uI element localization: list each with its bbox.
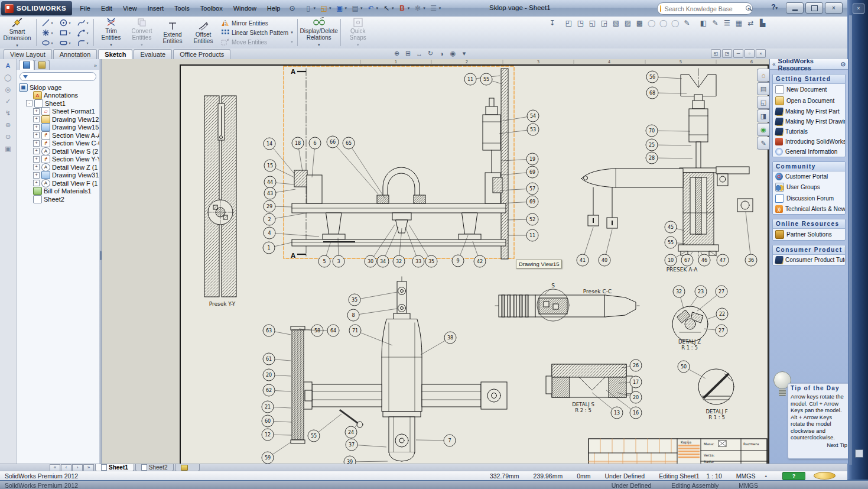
line-tool-button[interactable]: ▾ — [38, 18, 56, 28]
minimize-button[interactable] — [786, 2, 804, 14]
minimize-document-button[interactable]: ─ — [733, 49, 743, 58]
tree-item[interactable]: Sheet2 — [17, 195, 99, 203]
tree-item[interactable]: Bill of Materials1 — [17, 187, 99, 196]
dropdown-caret-icon[interactable]: ▾ — [51, 21, 53, 25]
display-delete-relations-button[interactable]: Display/Delete Relations ▾ — [300, 17, 339, 48]
tab-office-products[interactable]: Office Products — [173, 49, 230, 59]
rotate-button[interactable]: ↻ — [425, 49, 435, 58]
select-button[interactable]: ↖▾ — [381, 2, 395, 14]
new-document-button[interactable]: ▯▾ — [303, 2, 317, 14]
feature-tree-tab[interactable] — [19, 60, 34, 70]
next-tip-link[interactable]: Next Tip — [791, 442, 847, 448]
help-button[interactable]: ?▾ — [771, 3, 778, 11]
tree-item[interactable]: +ADetail View Z (1 : 5) — [17, 163, 99, 171]
tree-item[interactable]: +Drawing View12 — [17, 115, 99, 124]
tree-item[interactable]: +Drawing View31 — [17, 171, 99, 180]
sketch-color-button[interactable]: ✎ — [710, 18, 721, 28]
appearances-tab[interactable]: ◉ — [757, 123, 769, 136]
menu-file[interactable]: File — [74, 1, 96, 17]
dropdown-caret-icon[interactable]: ▾ — [291, 30, 293, 35]
dropdown-caret-icon[interactable]: ▾ — [318, 41, 320, 48]
zoom-fit-button[interactable]: ⊕ — [392, 49, 402, 58]
smart-dimension-button[interactable]: Smart Dimension ▾ — [0, 17, 34, 48]
cascade-document-button[interactable]: ◱ — [711, 49, 721, 58]
dropdown-caret-icon[interactable]: ▾ — [314, 6, 316, 11]
restore-document-button[interactable]: ▫ — [745, 49, 755, 58]
shaded-gray-3-button[interactable]: ◯ — [669, 18, 681, 28]
weld-tool-icon[interactable]: ↯ — [2, 108, 14, 118]
tree-item[interactable]: +ADetail View S (2 : 5) — [17, 147, 99, 156]
dropdown-caret-icon[interactable]: ▾ — [69, 21, 70, 25]
task-pane-item[interactable]: ))Technical Alerts & News — [773, 204, 845, 214]
task-pane-item[interactable]: User Groups — [773, 182, 845, 193]
task-pane-item[interactable]: Making My First Part — [773, 106, 845, 116]
dropdown-caret-icon[interactable]: ▾ — [408, 6, 410, 11]
task-pane-item[interactable]: Consumer Product Tutorials — [773, 255, 845, 265]
collapse-chevron-icon[interactable]: « — [772, 61, 776, 67]
view-bottom-button[interactable]: ▨ — [622, 18, 633, 28]
dropdown-caret-icon[interactable]: ▾ — [345, 6, 347, 11]
tree-item[interactable]: AAnnotations — [17, 92, 99, 100]
tree-item[interactable]: +▱Sheet Format1 — [17, 108, 99, 116]
slot-tool-button[interactable]: ▾ — [56, 38, 74, 48]
view-detail-s[interactable] — [546, 364, 632, 397]
tree-expander[interactable]: - — [26, 100, 32, 106]
pan-button[interactable]: ↔ — [414, 49, 424, 58]
search-icon[interactable] — [746, 5, 747, 12]
dropdown-caret-icon[interactable]: ▾ — [86, 31, 88, 35]
spline-tool-button[interactable]: ▾ — [74, 18, 92, 28]
dropdown-caret-icon[interactable]: ▾ — [110, 41, 112, 48]
quick-snaps-button[interactable]: Quick Snaps ▾ — [343, 17, 373, 48]
dropdown-caret-icon[interactable]: ▾ — [329, 6, 331, 11]
view-iso-button[interactable]: ▩ — [634, 18, 645, 28]
view-front-button[interactable]: ◰ — [563, 18, 574, 28]
menu-pin-icon[interactable]: ⊙ — [285, 4, 298, 12]
fillet-tool-button[interactable]: ▾ — [74, 38, 92, 48]
shaded-button[interactable]: ◑ — [437, 49, 447, 58]
extend-entities-button[interactable]: Extend Entities — [157, 17, 188, 48]
block-tool-icon[interactable]: ▣ — [2, 143, 14, 154]
menu-tools[interactable]: Tools — [169, 1, 195, 17]
dropdown-caret-icon[interactable]: ▾ — [69, 41, 70, 45]
custom-properties-tab[interactable]: ✎ — [757, 137, 769, 150]
view-settings-button[interactable]: ▾ — [459, 49, 469, 58]
move-entities-button[interactable]: Move Entities ▾ — [221, 38, 293, 47]
view-left-button[interactable]: ◱ — [587, 18, 598, 28]
rectangle-tool-button[interactable]: ▾ — [56, 28, 74, 38]
tree-expander[interactable]: + — [33, 180, 40, 186]
datum-tool-icon[interactable]: ◎ — [2, 84, 14, 95]
tree-expander[interactable]: + — [33, 140, 40, 147]
pin-icon[interactable]: ⊙ — [841, 61, 846, 67]
zoom-area-button[interactable]: ⊞ — [403, 49, 413, 58]
options-button[interactable]: ✻▾ — [412, 2, 427, 14]
task-pane-item[interactable]: Open a Document — [773, 95, 845, 106]
menu-window[interactable]: Window — [228, 1, 262, 17]
dropdown-caret-icon[interactable]: ▾ — [86, 41, 88, 45]
status-help-icon[interactable]: ? — [782, 472, 805, 480]
tree-item[interactable]: +↱Section View C-C — [17, 140, 99, 148]
task-pane-item[interactable]: Introducing SolidWorks — [773, 137, 845, 147]
tree-filter-input[interactable] — [30, 73, 93, 80]
tab-view-layout[interactable]: View Layout — [4, 49, 52, 59]
tree-expander[interactable]: + — [33, 116, 40, 122]
view-detail-z[interactable] — [672, 306, 708, 342]
menu-edit[interactable]: Edit — [96, 1, 118, 17]
menu-view[interactable]: View — [118, 1, 142, 17]
tree-item[interactable]: +↱Section View A-A — [17, 131, 99, 140]
close-button[interactable]: × — [825, 2, 843, 14]
task-pane-item[interactable]: Tutorials — [773, 127, 845, 137]
dropdown-caret-icon[interactable]: ▾ — [86, 21, 88, 25]
tree-expander[interactable]: + — [33, 132, 40, 138]
shaded-gray-2-button[interactable]: ◯ — [658, 18, 669, 28]
tree-item[interactable]: -Sheet1 — [17, 99, 99, 108]
title-block[interactable] — [589, 439, 767, 464]
status-units[interactable]: MMGS — [729, 472, 757, 480]
rebuild-button[interactable]: B▾ — [396, 2, 411, 14]
tree-expander[interactable]: + — [33, 148, 40, 154]
magnify-sketch-button[interactable]: ✎ — [681, 18, 693, 28]
mirror-entities-button[interactable]: Mirror Entities — [221, 19, 293, 28]
dropdown-caret-icon[interactable]: ▾ — [69, 31, 70, 35]
surface-finish-tool-icon[interactable]: ✓ — [2, 96, 14, 106]
task-pane-item[interactable]: New Document — [773, 84, 845, 95]
offset-entities-button[interactable]: Offset Entities — [188, 17, 219, 48]
